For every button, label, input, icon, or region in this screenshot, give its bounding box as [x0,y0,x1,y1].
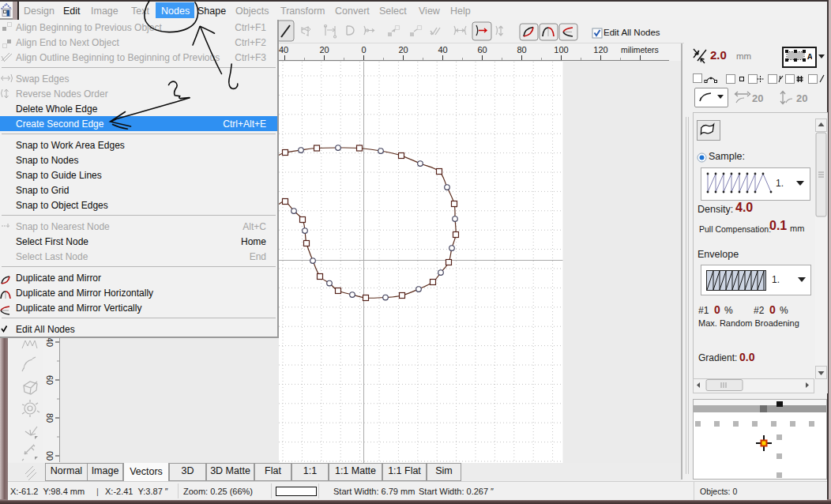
svg-text:20: 20 [398,45,408,55]
svg-text:A: A [807,52,812,62]
svg-text:80: 80 [45,413,55,423]
svg-text:120: 120 [593,45,607,55]
svg-text:Edit All Nodes: Edit All Nodes [604,28,660,37]
svg-text:60: 60 [477,45,487,55]
svg-text:20: 20 [319,45,329,55]
svg-text:40: 40 [438,45,447,55]
svg-text:60: 60 [45,375,55,385]
svg-text:40: 40 [45,338,55,347]
svg-text:0: 0 [361,45,366,55]
svg-text:80: 80 [517,45,526,55]
svg-text:40: 40 [279,45,288,55]
svg-text:00: 00 [45,451,55,461]
svg-text:milimeters: milimeters [621,45,659,55]
svg-text:100: 100 [554,45,568,55]
